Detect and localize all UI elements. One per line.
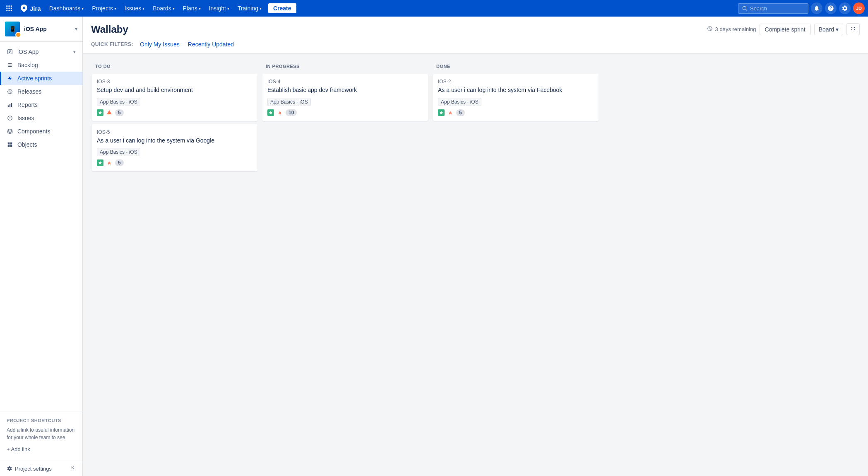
- svg-rect-5: [11, 8, 12, 9]
- project-avatar-badge: [15, 32, 21, 38]
- help-button[interactable]: [825, 2, 837, 14]
- filter-recently-updated[interactable]: Recently Updated: [186, 40, 236, 48]
- card-ios-5[interactable]: IOS-5 As a user i can log into the syste…: [92, 124, 257, 172]
- board-header-actions: 3 days remaining Complete sprint Board ▾: [707, 23, 860, 35]
- search-box[interactable]: Search: [738, 3, 808, 14]
- card-ios-2[interactable]: IOS-2 As a user i can log into the syste…: [433, 74, 599, 121]
- card-ios-4[interactable]: IOS-4 Establish basic app dev framework …: [262, 74, 428, 121]
- board-header: Wallaby 3 days remaining Complete sprint: [83, 17, 868, 54]
- card-ios-2-id: IOS-2: [438, 79, 594, 85]
- sidebar-label-releases: Releases: [17, 88, 41, 95]
- card-ios-4-label: App Basics - iOS: [267, 98, 311, 106]
- nav-issues[interactable]: Issues ▾: [121, 3, 148, 13]
- settings-button[interactable]: [839, 2, 851, 14]
- sidebar-project-header[interactable]: 📱 iOS App ▾: [0, 17, 82, 42]
- board-title-row: Wallaby 3 days remaining Complete sprint: [91, 23, 860, 35]
- collapse-sidebar-button[interactable]: [69, 464, 76, 473]
- card-ios-3[interactable]: IOS-3 Setup dev and and build environmen…: [92, 74, 257, 121]
- notifications-button[interactable]: [811, 2, 822, 14]
- svg-rect-20: [10, 104, 10, 107]
- sidebar-label-reports: Reports: [17, 101, 38, 108]
- svg-rect-13: [10, 51, 11, 51]
- user-avatar[interactable]: JD: [853, 2, 865, 14]
- story-type-icon: [97, 109, 103, 116]
- column-inprogress: IN PROGRESS IOS-4 Establish basic app de…: [262, 60, 428, 469]
- sidebar-nav: iOS App ▾ Backlog: [0, 42, 82, 411]
- issues-icon: [7, 115, 13, 121]
- board-dropdown-button[interactable]: Board ▾: [814, 24, 843, 35]
- project-settings-link[interactable]: Project settings: [7, 466, 52, 472]
- column-todo-header: TO DO: [92, 60, 257, 74]
- add-link-button[interactable]: + Add link: [7, 445, 76, 454]
- sidebar-item-reports[interactable]: Reports: [0, 98, 82, 111]
- jira-logo[interactable]: Jira: [17, 4, 44, 12]
- board-title: Wallaby: [91, 24, 128, 35]
- priority-high-icon-4: [277, 109, 283, 116]
- column-done-cards: IOS-2 As a user i can log into the syste…: [433, 74, 599, 469]
- time-remaining-text: 3 days remaining: [715, 26, 756, 32]
- priority-high-icon-2: [447, 109, 454, 116]
- nav-plans[interactable]: Plans ▾: [180, 3, 204, 13]
- dashboards-chevron-icon: ▾: [82, 6, 84, 11]
- clock-icon: [707, 26, 713, 33]
- sidebar-item-backlog[interactable]: Backlog: [0, 58, 82, 72]
- issues-chevron-icon: ▾: [142, 6, 144, 11]
- svg-rect-7: [9, 10, 10, 11]
- shortcuts-description: Add a link to useful information for you…: [7, 426, 76, 441]
- svg-rect-27: [8, 145, 10, 147]
- main-content: Wallaby 3 days remaining Complete sprint: [83, 17, 868, 476]
- board-dropdown-chevron-icon: ▾: [836, 26, 839, 33]
- svg-rect-25: [8, 143, 10, 145]
- topnav-right-section: Search JD: [738, 2, 865, 14]
- sidebar-item-components[interactable]: Components: [0, 125, 82, 138]
- sidebar-item-active-sprints[interactable]: Active sprints: [0, 72, 82, 85]
- svg-rect-26: [10, 143, 12, 145]
- card-ios-2-label: App Basics - iOS: [438, 98, 481, 106]
- svg-rect-4: [9, 8, 10, 9]
- priority-high-icon: [106, 109, 113, 116]
- column-done: DONE IOS-2 As a user i can log into the …: [433, 60, 599, 469]
- project-shortcuts-section: PROJECT SHORTCUTS Add a link to useful i…: [0, 411, 82, 461]
- card-ios-5-label: App Basics - iOS: [97, 148, 140, 156]
- nav-insight[interactable]: Insight ▾: [206, 3, 233, 13]
- nav-boards[interactable]: Boards ▾: [149, 3, 178, 13]
- project-chevron-icon: ▾: [75, 26, 77, 32]
- column-todo: TO DO IOS-3 Setup dev and and build envi…: [92, 60, 257, 469]
- report-icon: [7, 101, 13, 108]
- svg-rect-15: [8, 63, 12, 64]
- svg-rect-2: [11, 5, 12, 7]
- sidebar-label-objects: Objects: [17, 141, 37, 148]
- nav-training[interactable]: Training ▾: [234, 3, 265, 13]
- create-button[interactable]: Create: [268, 3, 296, 13]
- nav-dashboards[interactable]: Dashboards ▾: [46, 3, 87, 13]
- sidebar-item-issues[interactable]: Issues: [0, 111, 82, 125]
- svg-rect-1: [9, 5, 10, 7]
- card-ios-5-title: As a user i can log into the system via …: [97, 137, 252, 145]
- components-icon: [7, 128, 13, 135]
- filter-my-issues[interactable]: Only My Issues: [138, 40, 181, 48]
- sidebar-item-objects[interactable]: Objects: [0, 138, 82, 151]
- priority-high-icon-5: [106, 159, 113, 166]
- project-title: iOS App: [24, 26, 47, 32]
- svg-line-10: [746, 10, 747, 11]
- complete-sprint-button[interactable]: Complete sprint: [760, 24, 811, 35]
- sidebar-label-backlog: Backlog: [17, 62, 38, 68]
- card-ios-4-id: IOS-4: [267, 79, 423, 85]
- card-ios-4-footer: 10: [267, 109, 423, 116]
- apps-grid-icon[interactable]: [3, 2, 15, 14]
- nav-projects[interactable]: Projects ▾: [89, 3, 120, 13]
- sidebar-label-active-sprints: Active sprints: [17, 75, 52, 82]
- fullscreen-button[interactable]: [846, 23, 860, 35]
- story-type-icon-2: [438, 109, 445, 116]
- svg-rect-0: [6, 5, 7, 7]
- svg-rect-17: [8, 66, 12, 67]
- sidebar-item-releases[interactable]: Releases: [0, 85, 82, 98]
- svg-rect-16: [8, 65, 12, 65]
- app-container: 📱 iOS App ▾ iOS App ▾: [0, 17, 868, 476]
- sidebar-item-ios-app[interactable]: iOS App ▾: [0, 45, 82, 58]
- svg-rect-28: [10, 145, 12, 147]
- sidebar-label-issues: Issues: [17, 115, 34, 121]
- board-columns: TO DO IOS-3 Setup dev and and build envi…: [83, 54, 868, 476]
- ios-app-chevron-icon: ▾: [73, 49, 76, 55]
- boards-chevron-icon: ▾: [173, 6, 175, 11]
